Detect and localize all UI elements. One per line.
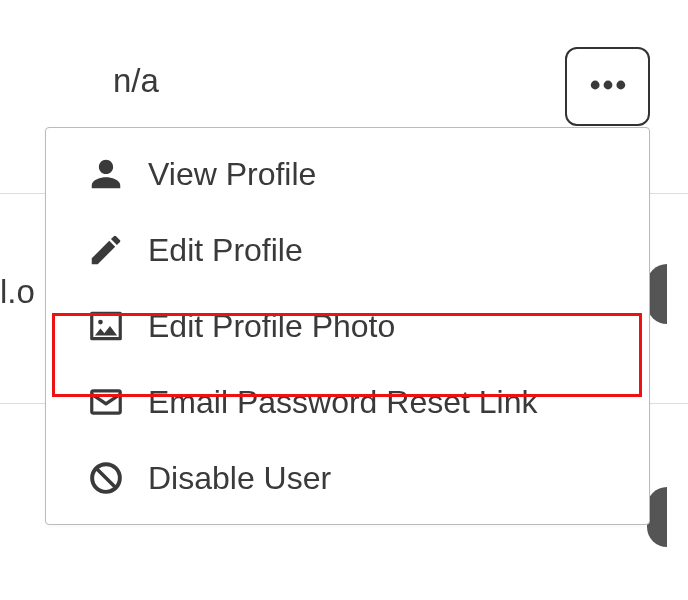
avatar <box>647 487 667 547</box>
image-icon <box>86 306 126 346</box>
truncated-text: l.o <box>0 273 35 311</box>
menu-item-label: Email Password Reset Link <box>148 384 537 421</box>
svg-point-0 <box>590 80 599 89</box>
ellipsis-icon <box>586 63 630 111</box>
menu-item-edit-photo[interactable]: Edit Profile Photo <box>46 288 649 364</box>
menu-item-view-profile[interactable]: View Profile <box>46 136 649 212</box>
menu-item-label: Disable User <box>148 460 331 497</box>
svg-point-2 <box>616 80 625 89</box>
ban-icon <box>86 458 126 498</box>
menu-item-edit-profile[interactable]: Edit Profile <box>46 212 649 288</box>
menu-item-email-reset[interactable]: Email Password Reset Link <box>46 364 649 440</box>
cell-value: n/a <box>113 62 159 100</box>
avatar <box>647 264 667 324</box>
envelope-icon <box>86 382 126 422</box>
pencil-icon <box>86 230 126 270</box>
svg-point-1 <box>603 80 612 89</box>
menu-item-disable-user[interactable]: Disable User <box>46 440 649 516</box>
user-icon <box>86 154 126 194</box>
menu-item-label: View Profile <box>148 156 316 193</box>
actions-dropdown: View Profile Edit Profile Edit Profile P… <box>45 127 650 525</box>
menu-item-label: Edit Profile <box>148 232 303 269</box>
menu-item-label: Edit Profile Photo <box>148 308 395 345</box>
more-actions-button[interactable] <box>565 47 650 126</box>
